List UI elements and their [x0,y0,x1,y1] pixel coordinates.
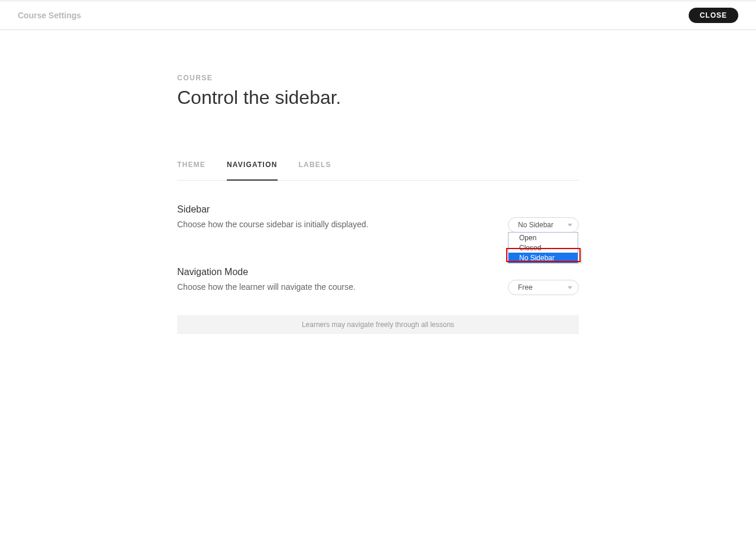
topbar: Course Settings CLOSE [0,1,756,30]
navigation-mode-title: Navigation Mode [177,267,508,277]
sidebar-section: Sidebar Choose how the course sidebar is… [177,204,579,233]
navigation-mode-section: Navigation Mode Choose how the learner w… [177,267,579,334]
sidebar-dropdown[interactable]: No Sidebar [508,217,579,233]
chevron-down-icon [568,286,572,289]
tab-labels[interactable]: LABELS [299,161,331,181]
sidebar-section-desc: Choose how the course sidebar is initial… [177,220,508,229]
sidebar-option-closed[interactable]: Closed [509,243,578,253]
navigation-dropdown[interactable]: Free [508,280,579,295]
sidebar-dropdown-menu: Open Closed No Sidebar [508,232,578,263]
sidebar-section-title: Sidebar [177,204,508,215]
sidebar-option-open[interactable]: Open [509,233,578,243]
content-area: COURSE Control the sidebar. THEME NAVIGA… [177,30,579,334]
topbar-title: Course Settings [18,11,81,20]
tab-navigation[interactable]: NAVIGATION [227,161,278,181]
chevron-down-icon [568,224,572,227]
tabs: THEME NAVIGATION LABELS [177,161,579,181]
sidebar-option-no-sidebar[interactable]: No Sidebar [509,253,578,263]
navigation-dropdown-wrap: Free [508,280,579,295]
navigation-dropdown-value: Free [518,283,533,292]
tab-theme[interactable]: THEME [177,161,206,181]
navigation-mode-desc: Choose how the learner will navigate the… [177,282,508,292]
close-button[interactable]: CLOSE [689,8,738,23]
eyebrow-label: COURSE [177,74,579,82]
sidebar-dropdown-value: No Sidebar [518,221,553,229]
sidebar-dropdown-wrap: No Sidebar Open Closed No Sidebar [508,217,579,233]
navigation-info-banner: Learners may navigate freely through all… [177,315,579,334]
page-title: Control the sidebar. [177,87,579,109]
